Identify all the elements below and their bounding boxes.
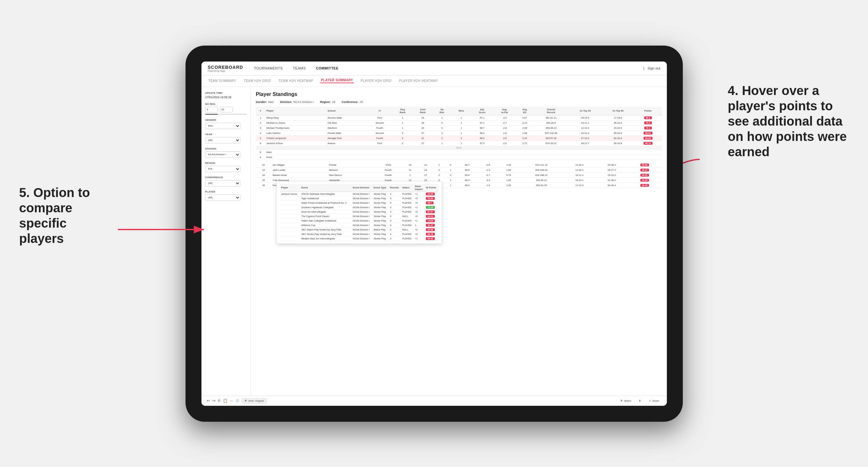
col-to-par: Avg.to-Par (493, 107, 516, 115)
table-row: Wake Forest Invitational at Pinehurst No… (280, 200, 439, 205)
points-badge[interactable]: 68.18 (644, 142, 652, 145)
table-row: 3 Michael Thorbjornsen Stanford Fourth 1… (256, 125, 662, 130)
outer-wrapper: 4. Hover over a player's points to see a… (0, 0, 868, 467)
share-label: Share (652, 399, 659, 402)
sub-nav-player-h2h-heatmap[interactable]: PLAYER H2H HEATMAP (399, 79, 438, 83)
sidebar-division: Division NCAA Division I (205, 147, 247, 158)
points-badge[interactable]: 76.3 (644, 121, 652, 124)
top-nav: SCOREBOARD Powered by clippi TOURNAMENTS… (202, 62, 667, 75)
dash-icon: — (230, 399, 233, 402)
slider-fill (205, 114, 218, 115)
tooltip-popup: Player Event Event Division Event Type R… (276, 181, 442, 244)
paste-icon[interactable]: 📋 (223, 399, 227, 403)
points-badge[interactable]: 66.94 (644, 132, 652, 134)
sub-nav-player-h2h-grid[interactable]: PLAYER H2H GRID (360, 79, 393, 83)
sidebar-region: Region N/A (205, 162, 247, 172)
table-row: Southern Highlands Collegiate NCAA Divis… (280, 205, 439, 210)
sub-nav-player-summary[interactable]: PLAYER SUMMARY (320, 79, 354, 83)
annotation-left: 5. Option to compare specific players (19, 185, 115, 246)
points-badge[interactable]: 80.89 (644, 137, 652, 139)
tooltip-points: 24.11 (426, 215, 435, 218)
filter-gender: Gender: Men (256, 100, 274, 103)
points-badge[interactable]: 40.02 (641, 174, 649, 177)
sub-nav-team-h2h-grid[interactable]: TEAM H2H GRID (243, 79, 272, 83)
annotation-right: 4. Hover over a player's points to see a… (728, 83, 849, 159)
filter-region: Region: All (320, 100, 335, 103)
table-row: Jackson Koirun UNCW Seahawk Intercollegi… (280, 192, 439, 196)
view-icon: 👁 (245, 399, 247, 402)
sub-nav-team-h2h-heatmap[interactable]: TEAM H2H HEATMAP (278, 79, 314, 83)
app-logo-sub: Powered by clippi (208, 70, 243, 72)
redo-icon[interactable]: ↪ (212, 399, 216, 403)
col-conf-rank: ConfRank (413, 107, 433, 115)
col-reg-rank: RegRank (393, 107, 412, 115)
region-select[interactable]: N/A (205, 166, 240, 172)
points-badge[interactable]: 30.95 (641, 179, 649, 182)
year-select[interactable]: (All) (205, 137, 240, 144)
col-vs-top50: Vs Top 50 (601, 107, 634, 115)
col-wins: Wins (452, 107, 471, 115)
sign-out-link[interactable]: Sign out (647, 66, 660, 70)
table-row: 8 Mats (256, 150, 662, 155)
col-vs-top25: Vs Top 25 (569, 107, 601, 115)
top-nav-items: TOURNAMENTS TEAMS COMMITTEE (253, 66, 644, 70)
tooltip-points: 67.57 (426, 210, 435, 213)
points-badge[interactable]: 40.27 (641, 168, 649, 172)
filter-division: Division: NCAA Division I (280, 100, 314, 103)
arrow-left-annotation (115, 217, 210, 242)
tooltip-points: 53.60 (426, 197, 435, 200)
sub-nav-team-summary[interactable]: TEAM SUMMARY (208, 79, 237, 83)
no-rds-max-input[interactable] (220, 107, 233, 113)
points-badge[interactable]: 38.49 (641, 184, 649, 187)
bottom-bar: ↩ ↪ ⎘ 📋 — 🕐 👁 View: Original 👁 Watch ⬇ (202, 396, 667, 406)
standings-table: # Player School Yr RegRank ConfRank NoRd… (256, 107, 662, 160)
gender-select[interactable]: Men (205, 123, 240, 129)
points-badge[interactable]: 60.68 (641, 163, 649, 166)
points-badge[interactable]: 72.1 (644, 127, 652, 129)
tooltip-points: 66.40 (426, 237, 435, 240)
division-select[interactable]: NCAA Division I (205, 151, 240, 158)
col-adj-score: Adj.Score (471, 107, 493, 115)
center-panel: Player Standings Gender: Men Division: N… (251, 87, 667, 396)
tooltip-body: Jackson Koirun UNCW Seahawk Intercollegi… (280, 192, 439, 241)
player-select[interactable]: (All) (205, 194, 240, 201)
table-row: 24 Bastien Amat New Mexico Fourth 1 27 2… (256, 173, 662, 178)
sidebar-update-time: Update time: 27/01/2024 16:56:26 (205, 92, 247, 99)
col-school: School (327, 107, 367, 115)
nav-committee[interactable]: COMMITTEE (315, 66, 340, 70)
view-label: View: Original (248, 399, 264, 402)
tablet-frame: SCOREBOARD Powered by clippi TOURNAMENTS… (186, 45, 683, 422)
col-avg-sg: AvgSG (516, 107, 533, 115)
table-row: 1 Wenyi Ding Arizona State First 1 15 1 … (256, 115, 662, 120)
no-rds-slider[interactable] (205, 114, 247, 115)
watch-button[interactable]: 👁 Watch (618, 399, 634, 403)
sidebar-conference: Conference (All) (205, 176, 247, 186)
download-button[interactable]: ⬇ (636, 399, 644, 403)
no-rds-min-input[interactable] (205, 107, 218, 113)
tooltip-points: 25.98 (426, 228, 435, 231)
table-row: Williams Cup NCAA Division I Stroke Play… (280, 223, 439, 227)
points-badge[interactable]: 88.2 (644, 116, 652, 119)
table-row: 23 Jack Lundin Missouri Fourth 11 24 0 1… (256, 167, 662, 173)
nav-teams[interactable]: TEAMS (292, 66, 307, 70)
sidebar-player: Player (All) (205, 190, 247, 201)
sidebar-no-rds-range (205, 107, 247, 113)
col-no-rds: NoRds. (433, 107, 452, 115)
undo-icon[interactable]: ↩ (207, 399, 210, 403)
panel-title: Player Standings (256, 92, 298, 97)
sub-nav: TEAM SUMMARY TEAM H2H GRID TEAM H2H HEAT… (202, 75, 667, 87)
nav-tournaments[interactable]: TOURNAMENTS (253, 66, 284, 70)
app-logo: SCOREBOARD (208, 65, 243, 70)
filters-row: Gender: Men Division: NCAA Division I Re… (256, 100, 662, 103)
sidebar-no-rds: No Rds. (205, 103, 247, 115)
download-icon: ⬇ (639, 399, 641, 402)
view-original-button[interactable]: 👁 View: Original (242, 398, 267, 404)
copy-icon[interactable]: ⎘ (218, 399, 220, 403)
conference-select[interactable]: (All) (205, 180, 240, 186)
tooltip-points: 14.50 (426, 219, 435, 222)
tooltip-points: 73.33 (426, 206, 435, 209)
table-row: SEC Stroke Play hosted by Jerry Pate NCA… (280, 232, 439, 236)
clock-icon: 🕐 (236, 399, 239, 402)
share-button[interactable]: ↗ Share (646, 399, 661, 403)
divider-icon: | (643, 66, 644, 70)
